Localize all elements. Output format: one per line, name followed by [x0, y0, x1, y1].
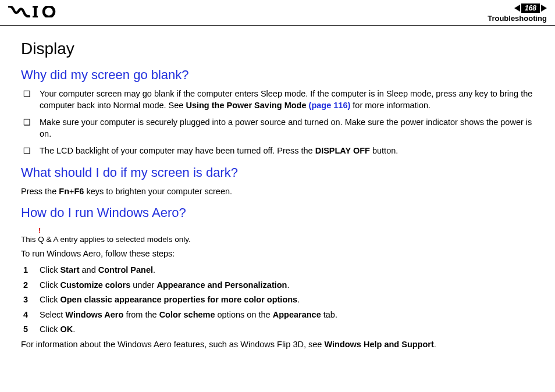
- page-nav: 168: [488, 3, 547, 13]
- page-header: 168 Troubleshooting: [0, 0, 555, 26]
- q2-heading: What should I do if my screen is dark?: [21, 165, 534, 180]
- bold-text: Windows Help and Support: [324, 340, 433, 349]
- list-item: Click Customize colors under Appearance …: [21, 280, 534, 291]
- page-content: Display Why did my screen go blank? Your…: [0, 26, 555, 361]
- note-text: This Q & A entry applies to selected mod…: [21, 235, 534, 244]
- text: For information about the Windows Aero f…: [21, 340, 324, 349]
- q3-outro: For information about the Windows Aero f…: [21, 339, 534, 351]
- list-item: Click Start and Control Panel.: [21, 265, 534, 276]
- page-number-badge: 168: [521, 3, 540, 13]
- text: keys to brighten your computer screen.: [84, 187, 232, 196]
- bold-text: DISPLAY OFF: [315, 146, 370, 155]
- nav-next-icon[interactable]: [541, 5, 547, 12]
- svg-rect-0: [34, 6, 37, 17]
- warning-icon: !: [38, 226, 534, 235]
- q1-list: Your computer screen may go blank if the…: [21, 88, 534, 157]
- nav-prev-icon[interactable]: [514, 5, 520, 12]
- header-right: 168 Troubleshooting: [488, 3, 547, 23]
- bold-text: F6: [74, 187, 84, 196]
- text: .: [434, 340, 436, 349]
- bold-text: Fn: [59, 187, 69, 196]
- list-item: Click Open classic appearance properties…: [21, 294, 534, 306]
- text: for more information.: [350, 101, 431, 110]
- bold-text: Using the Power Saving Mode: [186, 101, 308, 110]
- svg-point-3: [44, 6, 54, 17]
- list-item: The LCD backlight of your computer may h…: [21, 145, 534, 157]
- q3-heading: How do I run Windows Aero?: [21, 205, 534, 220]
- text: button.: [370, 146, 398, 155]
- list-item: Select Windows Aero from the Color schem…: [21, 309, 534, 321]
- svg-rect-1: [33, 6, 38, 8]
- page-link[interactable]: (page 116): [309, 101, 351, 110]
- list-item: Click OK.: [21, 324, 534, 336]
- vaio-logo: [8, 6, 64, 17]
- q3-intro: To run Windows Aero, follow these steps:: [21, 248, 534, 260]
- q3-steps: Click Start and Control Panel. Click Cus…: [21, 265, 534, 336]
- svg-rect-2: [33, 16, 38, 17]
- q1-heading: Why did my screen go blank?: [21, 67, 534, 83]
- section-name: Troubleshooting: [488, 14, 547, 23]
- list-item: Make sure your computer is securely plug…: [21, 117, 534, 140]
- list-item: Your computer screen may go blank if the…: [21, 88, 534, 111]
- page-title: Display: [21, 40, 534, 58]
- text: Press the: [21, 187, 59, 196]
- q2-para: Press the Fn+F6 keys to brighten your co…: [21, 186, 534, 198]
- text: The LCD backlight of your computer may h…: [40, 146, 315, 155]
